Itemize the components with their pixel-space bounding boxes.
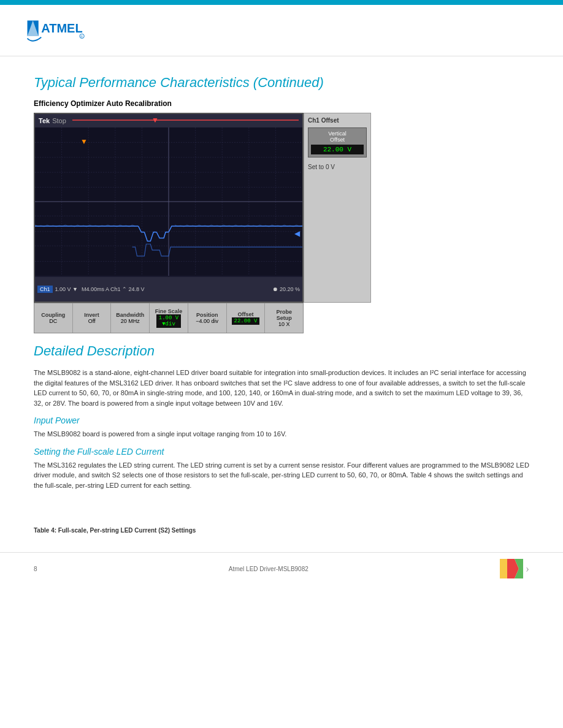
offset-label: Offset	[311, 137, 364, 143]
scope-main-row: Tek Stop ▼ ▼ ◀	[34, 113, 371, 303]
input-power-heading: Input Power	[34, 415, 529, 425]
scope-header: Tek Stop ▼	[35, 114, 302, 127]
scope-bottom-bar: Ch1 1.00 V ▼ M4.00ms A Ch1 ⌃ 24.8 V ⏺ 20…	[35, 277, 302, 301]
scope-volt-scale: 1.00 V ▼	[55, 286, 78, 292]
full-scale-led-heading: Setting the Full-scale LED Current	[34, 447, 529, 457]
scope-time-base: M4.00ms A Ch1 ⌃ 24.8 V	[82, 286, 145, 292]
scope-status: Stop	[52, 117, 66, 124]
footer-icons: ›	[500, 559, 529, 578]
svg-text:ATMEL: ATMEL	[41, 22, 82, 36]
oscilloscope-diagram: Tek Stop ▼ ▼ ◀	[34, 113, 529, 333]
ctrl-coupling-value: DC	[49, 318, 57, 324]
ctrl-coupling: Coupling DC	[34, 303, 73, 333]
full-scale-led-body: The MSL3162 regulates the LED string cur…	[34, 460, 529, 491]
table-caption: Table 4: Full-scale, Per-string LED Curr…	[34, 527, 529, 534]
scope-controls-row: Coupling DC Invert Off Bandwidth 20 MHz …	[34, 303, 371, 333]
scope-right-panel: Ch1 Offset Vertical Offset 22.00 V Set t…	[304, 113, 371, 303]
section-title: Typical Performance Characteristics (Con…	[34, 75, 529, 91]
scope-controls: Coupling DC Invert Off Bandwidth 20 MHz …	[34, 303, 304, 333]
vertical-label: Vertical	[311, 131, 364, 137]
ctrl-probe-setup-label: ProbeSetup	[276, 309, 292, 321]
scope-trigger-pct: ⏺ 20.20 %	[272, 286, 300, 292]
scope-grid-svg	[35, 127, 302, 276]
nav-arrow-right[interactable]: ›	[526, 563, 529, 575]
footer-logo-icon	[500, 559, 523, 578]
ctrl-coupling-label: Coupling	[41, 312, 65, 318]
ctrl-fine-scale-label: Fine Scale	[155, 308, 183, 314]
footer-brand: Atmel LED Driver-MSLB9082	[229, 566, 308, 572]
vertical-offset-box: Vertical Offset 22.00 V	[308, 127, 367, 157]
ctrl-invert: Invert Off	[73, 303, 112, 333]
ctrl-offset: Offset 22.00 V	[227, 303, 266, 333]
ctrl-fine-scale-value: 1.00 V▼div	[156, 314, 181, 328]
top-bar	[0, 0, 563, 5]
header: ATMEL ®	[0, 5, 563, 56]
scope-brand: Tek	[39, 117, 50, 124]
ctrl-bandwidth: Bandwidth 20 MHz	[111, 303, 150, 333]
channel-marker-right: ◀	[294, 229, 300, 238]
offset-value: 22.00 V	[311, 145, 364, 154]
logo-container: ATMEL ®	[25, 16, 86, 50]
ctrl-bandwidth-label: Bandwidth	[116, 312, 144, 318]
ctrl-position-label: Position	[196, 312, 218, 318]
ctrl-position-value: −4.00 div	[196, 318, 218, 324]
ctrl-probe-setup: ProbeSetup 10 X	[265, 303, 303, 333]
scope-screen: Tek Stop ▼ ▼ ◀	[34, 113, 304, 303]
detailed-description-heading: Detailed Description	[34, 343, 529, 359]
ctrl-bandwidth-value: 20 MHz	[121, 318, 140, 324]
scope-right-title: Ch1 Offset	[308, 117, 367, 124]
footer-page-number: 8	[34, 566, 37, 572]
scope-grid	[35, 127, 302, 276]
trigger-marker-left: ▼	[80, 137, 88, 146]
main-content: Typical Performance Characteristics (Con…	[0, 56, 563, 546]
ctrl-fine-scale: Fine Scale 1.00 V▼div	[150, 303, 188, 333]
ctrl-offset-label: Offset	[237, 311, 253, 317]
detailed-description-body: The MSLB9082 is a stand-alone, eight-cha…	[34, 368, 529, 408]
atmel-logo: ATMEL ®	[25, 16, 86, 50]
subsection-label: Efficiency Optimizer Auto Recalibration	[34, 99, 529, 108]
ctrl-position: Position −4.00 div	[188, 303, 227, 333]
input-power-body: The MSLB9082 board is powered from a sin…	[34, 429, 529, 439]
scope-ch1-badge: Ch1	[37, 286, 53, 293]
ctrl-invert-label: Invert	[84, 312, 99, 318]
ctrl-invert-value: Off	[88, 318, 96, 324]
footer: 8 Atmel LED Driver-MSLB9082 ›	[0, 552, 563, 585]
ctrl-offset-value: 22.00 V	[232, 317, 260, 325]
ctrl-probe-setup-value: 10 X	[278, 321, 290, 327]
set-to-label: Set to 0 V	[308, 164, 367, 170]
